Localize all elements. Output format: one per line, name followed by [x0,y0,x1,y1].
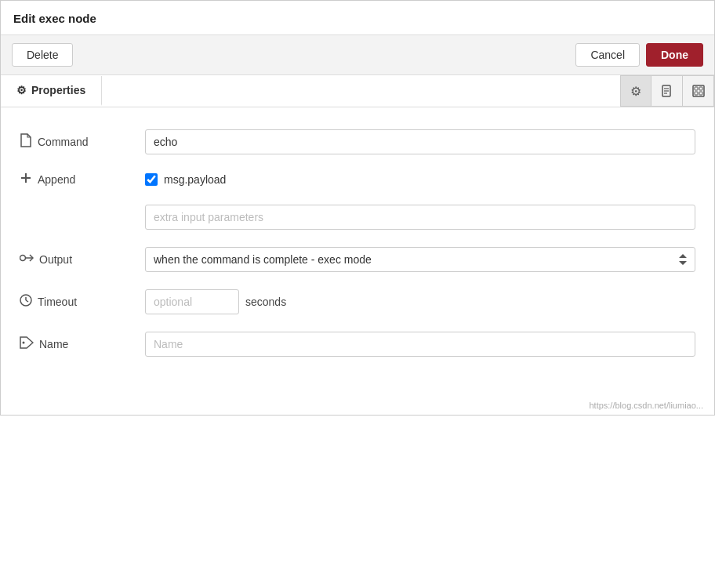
command-label-text: Command [38,136,89,148]
command-label: Command [20,133,145,151]
append-row: Append msg.payload [20,172,695,187]
timeout-input[interactable] [145,289,239,314]
timeout-label: Timeout [20,294,145,310]
command-input[interactable] [145,129,695,154]
form-body: Command Append msg.payload [1,107,714,396]
file-icon [20,133,32,151]
toolbar-left: Delete [12,43,73,67]
done-button[interactable]: Done [646,43,703,67]
output-label-text: Output [39,253,72,266]
name-row: Name [20,332,695,357]
tab-properties[interactable]: ⚙ Properties [1,76,102,106]
dialog-title: Edit exec node [13,12,96,25]
output-select[interactable]: when the command is complete - exec mode… [145,247,695,272]
cancel-button[interactable]: Cancel [575,43,640,67]
append-checkbox-label: msg.payload [164,173,226,186]
svg-rect-6 [699,87,702,90]
svg-rect-5 [695,87,698,90]
tab-icon-document[interactable] [651,75,683,107]
svg-point-11 [20,256,26,261]
name-input[interactable] [145,332,695,357]
svg-point-16 [23,342,25,344]
properties-gear-icon: ⚙ [16,84,27,96]
timeout-unit: seconds [245,296,286,308]
clock-icon [20,294,32,310]
name-label-text: Name [39,338,68,350]
timeout-group: seconds [145,289,286,314]
dialog-toolbar: Delete Cancel Done [1,35,714,75]
timeout-label-text: Timeout [38,296,77,308]
extra-params-row [20,205,695,230]
extra-params-input[interactable] [145,205,695,230]
append-label-text: Append [38,173,75,186]
svg-rect-7 [695,92,698,95]
output-label: Output [20,252,145,267]
watermark: https://blog.csdn.net/liumiao... [1,396,714,415]
command-row: Command [20,129,695,154]
toolbar-right: Cancel Done [575,43,703,67]
tag-icon [20,336,34,352]
dialog: Edit exec node Delete Cancel Done ⚙ Prop… [0,0,715,416]
tab-icons: ⚙ [620,75,714,107]
tab-icon-gear[interactable]: ⚙ [620,75,651,107]
output-row: Output when the command is complete - ex… [20,247,695,272]
svg-rect-8 [699,92,702,95]
delete-button[interactable]: Delete [12,43,73,67]
svg-line-15 [26,300,28,302]
append-checkbox[interactable] [145,173,158,186]
tab-icon-layout[interactable] [683,75,714,107]
append-label: Append [20,172,145,187]
output-icon [20,252,34,267]
dialog-header: Edit exec node [1,1,714,35]
timeout-row: Timeout seconds [20,289,695,314]
tab-properties-label: Properties [31,84,85,96]
append-checkbox-group: msg.payload [145,173,226,186]
plus-icon [20,172,32,187]
tabs-bar: ⚙ Properties ⚙ [1,75,714,107]
name-label: Name [20,336,145,352]
